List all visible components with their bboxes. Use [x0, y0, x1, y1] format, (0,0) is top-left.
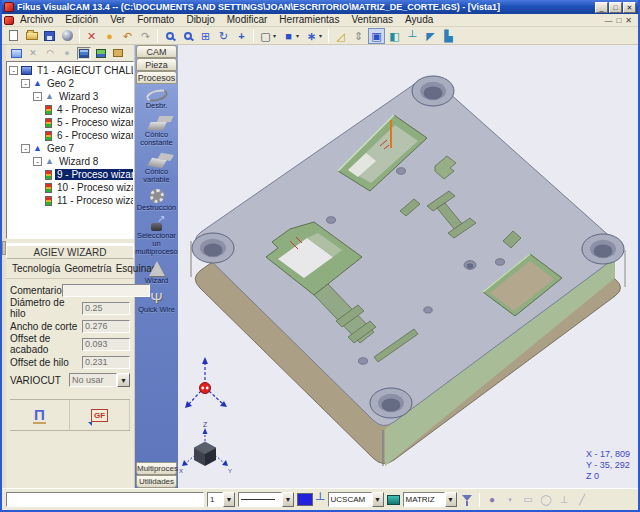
diametro-hilo-field[interactable]	[82, 302, 130, 315]
axes-view-icon[interactable]: ∗	[303, 28, 320, 44]
chevron-down-icon[interactable]: ▼	[282, 492, 294, 507]
child-minimize-button[interactable]: —	[604, 16, 612, 25]
die-button[interactable]: Π	[10, 400, 70, 430]
panel-splitter[interactable]	[2, 241, 6, 255]
tree-node-proc10[interactable]: 10 - Proceso wizard	[7, 181, 133, 194]
orbit-icon[interactable]: ↻	[215, 28, 232, 44]
zoom-window-icon[interactable]	[179, 28, 196, 44]
dropdown-arrow-icon[interactable]: ▾	[296, 32, 302, 39]
chevron-down-icon[interactable]: ▼	[445, 492, 457, 507]
measure-angle-icon[interactable]: ◿	[332, 28, 349, 44]
shaded-sphere-icon[interactable]	[59, 28, 76, 44]
levels-icon[interactable]	[94, 47, 108, 60]
pan-icon[interactable]: +	[233, 28, 250, 44]
collapse-icon[interactable]	[33, 92, 42, 101]
point-icon[interactable]: ●	[101, 28, 118, 44]
tab-multiprocesos[interactable]: Multiprocesos	[136, 462, 177, 475]
command-input[interactable]	[6, 492, 204, 507]
part-combo[interactable]: MATRIZ ▼	[403, 492, 457, 507]
child-close-button[interactable]: ✕	[625, 16, 632, 25]
tree-node-proc4[interactable]: 4 - Proceso wizard	[7, 103, 133, 116]
curve-icon[interactable]: ◠	[43, 47, 57, 60]
tree-node-proc9-selected[interactable]: 9 - Proceso wizard	[7, 168, 133, 181]
rotate-icon[interactable]: ◯	[539, 494, 554, 505]
chevron-down-icon[interactable]: ▼	[223, 492, 235, 507]
tree-node-root[interactable]: T1 - AGIECUT CHALLENGE 2	[7, 64, 133, 77]
restore-button[interactable]: □	[609, 2, 622, 13]
offset-acabado-field[interactable]	[82, 338, 130, 351]
ucs-axes-icon[interactable]: ┴	[316, 493, 325, 506]
solid-create-icon[interactable]: ◧	[386, 28, 403, 44]
minimize-button[interactable]: _	[595, 2, 608, 13]
dropdown-arrow-icon[interactable]: ▾	[319, 32, 325, 39]
chevron-down-icon[interactable]: ▼	[117, 373, 130, 387]
wireframe-view-icon[interactable]: ▢	[257, 28, 274, 44]
close-button[interactable]: ✕	[623, 2, 636, 13]
options-dot-icon[interactable]: ▾	[503, 496, 518, 504]
collapse-icon[interactable]	[21, 79, 30, 88]
offset-hilo-field[interactable]	[82, 356, 130, 369]
tab-geometria[interactable]: Geometría	[62, 261, 113, 276]
dropdown-arrow-icon[interactable]: ▾	[273, 32, 279, 39]
variocut-select[interactable]: No usar ▼	[69, 373, 130, 387]
menu-formato[interactable]: Formato	[131, 14, 180, 26]
render-icon[interactable]: ●	[485, 494, 500, 505]
block-icon[interactable]	[111, 47, 125, 60]
menu-herramientas[interactable]: Herramientas	[273, 14, 345, 26]
tab-pieza[interactable]: Pieza	[136, 58, 177, 71]
tree-node-proc5[interactable]: 5 - Proceso wizard	[7, 116, 133, 129]
solid-part-icon[interactable]	[387, 495, 400, 505]
conico-variable-button[interactable]: Cónico variable	[136, 152, 177, 184]
desbaste-button[interactable]: Desbr.	[136, 90, 177, 110]
menu-edicion[interactable]: Edición	[59, 14, 104, 26]
menu-archivo[interactable]: Archivo	[14, 14, 59, 26]
menu-ayuda[interactable]: Ayuda	[399, 14, 439, 26]
destruccion-button[interactable]: Destrucción	[136, 189, 177, 212]
open-folder-icon[interactable]	[23, 28, 40, 44]
tab-procesos[interactable]: Procesos	[136, 71, 177, 84]
collapse-icon[interactable]	[9, 66, 18, 75]
zoom-extents-icon[interactable]: ⊞	[197, 28, 214, 44]
collapse-icon[interactable]	[21, 144, 30, 153]
linetype-combo[interactable]: ▼	[238, 492, 294, 507]
machine-view-icon[interactable]	[9, 47, 23, 60]
ortho-icon[interactable]: ⊥	[557, 494, 572, 505]
sphere-small-icon[interactable]: ●	[60, 47, 74, 60]
tab-cam[interactable]: CAM	[136, 45, 177, 58]
menu-ver[interactable]: Ver	[104, 14, 131, 26]
menu-dibujo[interactable]: Dibujo	[180, 14, 220, 26]
comentario-field[interactable]	[62, 284, 150, 297]
undo-icon[interactable]: ↶	[119, 28, 136, 44]
measure-height-icon[interactable]: ⇕	[350, 28, 367, 44]
layer-combo[interactable]: 1 ▼	[207, 492, 235, 507]
tab-tecnologia[interactable]: Tecnología	[10, 261, 62, 276]
shaded-view-icon[interactable]: ■	[280, 28, 297, 44]
tree-node-proc6[interactable]: 6 - Proceso wizard	[7, 129, 133, 142]
menu-ventanas[interactable]: Ventanas	[345, 14, 399, 26]
menu-modificar[interactable]: Modificar	[221, 14, 274, 26]
layers-icon[interactable]	[77, 47, 91, 60]
wire-edm-icon[interactable]: ▣	[368, 28, 385, 44]
filter-icon[interactable]	[460, 493, 474, 507]
corner-icon[interactable]: ◤	[422, 28, 439, 44]
viewport-3d[interactable]: Z X Y X - 17, 809 Y - 35, 292 Z 0	[178, 45, 638, 488]
delete-icon[interactable]: ✕	[83, 28, 100, 44]
multiproceso-button[interactable]: Seleccionar un multiproceso	[136, 217, 177, 256]
ancho-corte-field[interactable]	[82, 320, 130, 333]
collapse-icon[interactable]	[33, 157, 42, 166]
tee-slot-icon[interactable]: ┴	[404, 28, 421, 44]
color-swatch[interactable]	[297, 493, 313, 506]
tree-node-geo7[interactable]: ▲Geo 7	[7, 142, 133, 155]
tree-node-wizard3[interactable]: ▲Wizard 3	[7, 90, 133, 103]
new-file-icon[interactable]	[5, 28, 22, 44]
tree-node-proc11[interactable]: 11 - Proceso wizard	[7, 194, 133, 207]
child-restore-button[interactable]: □	[616, 16, 621, 25]
sketch-line-icon[interactable]: ╱	[575, 494, 590, 505]
gf-button[interactable]: GF	[70, 400, 130, 430]
zoom-select-icon[interactable]	[161, 28, 178, 44]
tree-node-wizard8[interactable]: ▲Wizard 8	[7, 155, 133, 168]
tree-node-geo2[interactable]: ▲Geo 2	[7, 77, 133, 90]
redo-icon[interactable]: ↷	[137, 28, 154, 44]
chevron-down-icon[interactable]: ▼	[372, 492, 384, 507]
tab-utilidades[interactable]: Utilidades	[136, 475, 177, 488]
